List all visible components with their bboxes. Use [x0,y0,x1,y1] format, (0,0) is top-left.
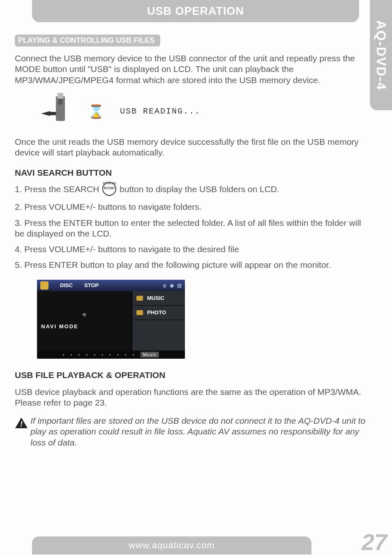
monitor-footer: • • • • • • • • • • Music [37,350,185,359]
monitor-right-pane: MUSIC PHOTO [131,291,185,350]
disc-icon [40,281,48,290]
model-tab: AQ-DVD-4 [370,0,392,110]
monitor-left-pane: ⟲ NAVI MODE [37,291,131,350]
monitor-footer-tag: Music [141,352,159,357]
navi-step-2: 2. Press VOLUME+/- buttons to navigate f… [15,202,368,212]
playback-body: USB device playback and operation functi… [15,387,368,408]
svg-text:!: ! [20,420,23,428]
monitor-top-bar: DISC STOP ψ ◉ ▤ [37,280,185,291]
page-header: USB OPERATION [32,0,359,22]
svg-rect-1 [58,93,63,99]
svg-rect-2 [58,99,62,104]
photo-label: PHOTO [147,309,166,316]
navi-mode-label: NAVI MODE [41,323,127,330]
step1-part-b: button to display the USB folders on LCD… [120,184,279,194]
monitor-status-icons: ψ ◉ ▤ [163,283,182,288]
usb-reading-text: USB READING... [120,107,201,116]
monitor-stop-label: STOP [84,282,99,288]
playback-heading: USB FILE PLAYBACK & OPERATION [15,370,368,380]
warning-icon: ! [15,417,28,448]
disc-icon-small: ◉ [170,283,174,288]
navi-step-5: 5. Press ENTER button to play and the fo… [15,260,368,270]
after-read-paragraph: Once the unit reads the USB memory devic… [15,137,368,158]
section-title-playing: PLAYING & CONTROLLING USB FILES [15,35,160,46]
footer-url: www.aquaticav.com [32,536,311,555]
folder-row-music: MUSIC [132,291,185,306]
card-icon-small: ▤ [177,283,182,288]
monitor-disc-label: DISC [60,282,73,288]
page-number: 27 [362,529,387,555]
monitor-screenshot: DISC STOP ψ ◉ ▤ ⟲ NAVI MODE MUSIC PHOTO [37,280,185,359]
monitor-body: ⟲ NAVI MODE MUSIC PHOTO [37,291,185,350]
folder-icon [136,310,143,315]
svg-marker-3 [41,111,50,116]
warning-text: If important files are stored on the USB… [30,415,368,448]
usb-icon-small: ψ [163,283,166,288]
navi-step-4: 4. Press VOLUME+/- buttons to navigate t… [15,244,368,255]
navi-heading: NAVI SEARCH BUTTON [15,168,368,178]
folder-row-photo: PHOTO [132,306,185,320]
search-band-button-icon: BAND [102,182,116,196]
step1-part-a: 1. Press the SEARCH [15,184,99,194]
usb-reading-illustration: ⌛ USB READING... [39,93,368,130]
usb-stick-icon [39,93,72,130]
music-label: MUSIC [147,295,164,301]
page-content: PLAYING & CONTROLLING USB FILES Connect … [15,35,368,448]
navi-step-3: 3. Press the ENTER button to enter the s… [15,218,368,239]
loop-icon: ⟲ [82,312,87,318]
navi-step-1: 1. Press the SEARCH BAND button to displ… [15,183,368,197]
page-footer: www.aquaticav.com [0,534,392,557]
hourglass-icon: ⌛ [88,104,104,119]
folder-icon [136,296,143,301]
warning-block: ! If important files are stored on the U… [15,415,368,448]
svg-rect-4 [50,112,56,115]
intro-paragraph: Connect the USB memory device to the USB… [15,53,368,86]
